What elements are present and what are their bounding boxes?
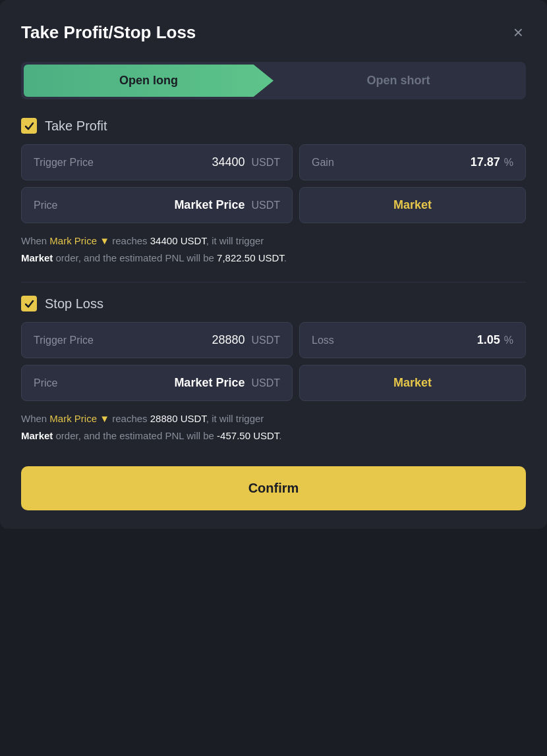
stop-loss-trigger-unit: USDT [251, 335, 280, 346]
sl-desc-part1: When [21, 413, 49, 424]
stop-loss-price-field[interactable]: Price Market Price USDT [21, 365, 293, 401]
tab-row: Open long Open short [21, 62, 526, 99]
desc-part4: order, and the estimated PNL will be [53, 252, 217, 263]
take-profit-label: Take Profit [45, 119, 107, 134]
take-profit-trigger-field[interactable]: Trigger Price 34400 USDT [21, 144, 293, 180]
take-profit-gain-field[interactable]: Gain 17.87 % [299, 144, 526, 180]
sl-desc-part2: reaches [109, 413, 150, 424]
take-profit-trigger-row: Trigger Price 34400 USDT Gain 17.87 % [21, 144, 526, 180]
sl-desc-price: 28880 USDT [150, 413, 206, 424]
stop-loss-price-label: Price [34, 377, 57, 389]
stop-loss-description: When Mark Price ▼ reaches 28880 USDT, it… [21, 410, 526, 444]
modal-header: Take Profit/Stop Loss × [21, 21, 526, 43]
stop-loss-price-unit: USDT [251, 377, 280, 389]
close-button[interactable]: × [511, 21, 526, 43]
stop-loss-trigger-field[interactable]: Trigger Price 28880 USDT [21, 322, 293, 358]
take-profit-header: Take Profit [21, 118, 526, 134]
take-profit-gain-label: Gain [312, 157, 334, 169]
desc-part1: When [21, 235, 49, 246]
desc-order: Market [21, 252, 53, 263]
stop-loss-market-button[interactable]: Market [299, 365, 526, 401]
stop-loss-loss-value: 1.05 [477, 333, 500, 347]
desc-end: . [284, 252, 287, 263]
sl-desc-mark: Mark Price ▼ [49, 413, 109, 424]
stop-loss-loss-field[interactable]: Loss 1.05 % [299, 322, 526, 358]
desc-part2: reaches [109, 235, 150, 246]
sl-desc-order: Market [21, 430, 53, 441]
take-profit-gain-unit: % [504, 157, 513, 169]
take-profit-gain-value-group: 17.87 % [471, 155, 513, 169]
take-profit-trigger-value-group: 34400 USDT [212, 155, 280, 169]
take-profit-market-label: Market [393, 198, 432, 212]
section-divider [21, 282, 526, 283]
desc-part3: , it will trigger [206, 235, 264, 246]
take-profit-trigger-value: 34400 [212, 155, 245, 169]
sl-desc-pnl: -457.50 USDT [217, 430, 279, 441]
confirm-button[interactable]: Confirm [21, 466, 526, 510]
stop-loss-loss-value-group: 1.05 % [477, 333, 513, 347]
take-profit-market-button[interactable]: Market [299, 187, 526, 223]
stop-loss-checkbox[interactable] [21, 296, 37, 311]
take-profit-price-value: Market Price [174, 198, 245, 212]
take-profit-section: Take Profit Trigger Price 34400 USDT Gai… [21, 118, 526, 266]
sl-desc-part4: order, and the estimated PNL will be [53, 430, 217, 441]
take-profit-price-unit: USDT [251, 200, 280, 211]
stop-loss-label: Stop Loss [45, 296, 103, 311]
stop-loss-price-value: Market Price [174, 376, 245, 390]
take-profit-price-field[interactable]: Price Market Price USDT [21, 187, 293, 223]
stop-loss-loss-label: Loss [312, 335, 334, 346]
stop-loss-trigger-value-group: 28880 USDT [212, 333, 280, 347]
stop-loss-header: Stop Loss [21, 296, 526, 311]
tab-open-long[interactable]: Open long [24, 65, 274, 97]
take-profit-price-label: Price [34, 200, 57, 211]
stop-loss-trigger-label: Trigger Price [34, 335, 94, 346]
take-profit-description: When Mark Price ▼ reaches 34400 USDT, it… [21, 232, 526, 266]
stop-loss-market-label: Market [393, 376, 432, 390]
tab-open-short[interactable]: Open short [274, 65, 523, 97]
modal-container: Take Profit/Stop Loss × Open long Open s… [0, 0, 547, 529]
sl-desc-end: . [279, 430, 281, 441]
take-profit-price-row: Price Market Price USDT Market [21, 187, 526, 223]
take-profit-trigger-unit: USDT [251, 157, 280, 169]
desc-mark: Mark Price ▼ [49, 235, 109, 246]
stop-loss-price-row: Price Market Price USDT Market [21, 365, 526, 401]
desc-price: 34400 USDT [150, 235, 206, 246]
stop-loss-section: Stop Loss Trigger Price 28880 USDT Loss … [21, 296, 526, 444]
take-profit-gain-value: 17.87 [471, 155, 500, 169]
stop-loss-price-value-group: Market Price USDT [174, 376, 280, 390]
stop-loss-loss-unit: % [504, 335, 513, 346]
desc-pnl: 7,822.50 USDT [217, 252, 284, 263]
sl-desc-part3: , it will trigger [206, 413, 264, 424]
stop-loss-trigger-row: Trigger Price 28880 USDT Loss 1.05 % [21, 322, 526, 358]
take-profit-checkbox[interactable] [21, 118, 37, 134]
take-profit-trigger-label: Trigger Price [34, 157, 94, 169]
stop-loss-trigger-value: 28880 [212, 333, 245, 347]
take-profit-price-value-group: Market Price USDT [174, 198, 280, 212]
modal-title: Take Profit/Stop Loss [21, 22, 196, 43]
